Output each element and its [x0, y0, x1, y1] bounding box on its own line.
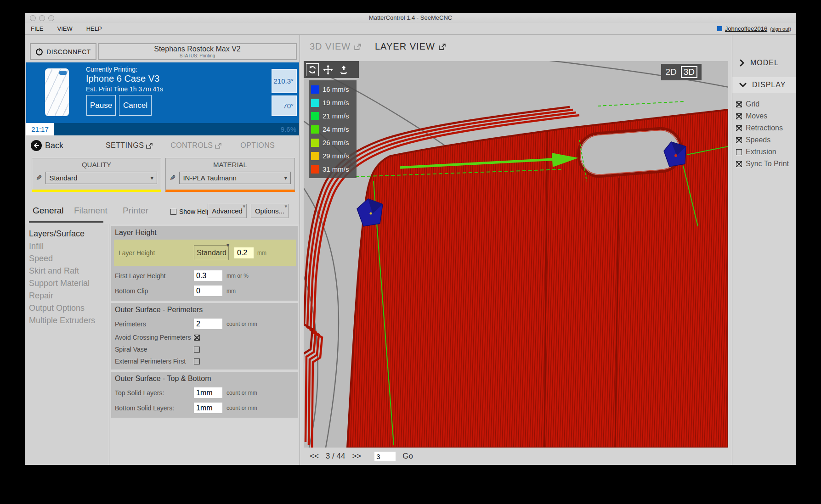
pause-button[interactable]: Pause	[86, 95, 116, 116]
tab-general[interactable]: General	[33, 206, 64, 216]
title-bar: MatterControl 1.4 - SeeMeCNC	[25, 13, 796, 23]
menu-view[interactable]: VIEW	[57, 25, 72, 32]
extrusion-checkbox[interactable]	[736, 149, 742, 155]
settings-link[interactable]: SETTINGS	[106, 141, 153, 150]
category-repair[interactable]: Repair	[29, 290, 109, 302]
model-section-toggle[interactable]: MODEL	[732, 55, 796, 71]
avoid-crossing-checkbox[interactable]	[194, 335, 200, 341]
display-section-toggle[interactable]: DISPLAY	[732, 77, 796, 93]
sync-to-print-checkbox[interactable]	[736, 161, 742, 167]
display-option-sync-to-print[interactable]: Sync To Print	[736, 158, 796, 170]
back-button[interactable]: Back	[31, 140, 63, 151]
bottom-solid-layers-input[interactable]	[194, 403, 222, 413]
spiral-vase-checkbox[interactable]	[194, 347, 200, 353]
external-link-icon	[146, 143, 153, 149]
layer-height-select[interactable]: Standard ▾	[194, 245, 229, 260]
zoom-window-icon[interactable]	[48, 15, 54, 21]
moves-checkbox[interactable]	[736, 113, 742, 119]
printing-heading: Currently Printing:	[86, 66, 163, 73]
legend-row: 31 mm/s	[311, 162, 357, 176]
show-help-checkbox[interactable]	[170, 209, 176, 215]
progress-percent: 9.6%	[281, 123, 296, 135]
display-option-moves[interactable]: Moves	[736, 110, 796, 122]
move-tool-icon[interactable]	[322, 63, 334, 76]
tab-3d-view[interactable]: 3D VIEW	[310, 41, 362, 52]
grid-label: Grid	[746, 100, 759, 108]
options-button-label: Options...	[255, 207, 284, 215]
toggle-3d-button[interactable]: 3D	[681, 66, 697, 78]
rotate-tool-icon[interactable]	[306, 63, 319, 76]
tab-layer-view[interactable]: LAYER VIEW	[375, 41, 446, 52]
close-window-icon[interactable]	[30, 15, 36, 21]
quality-select[interactable]: Standard ▾	[45, 172, 157, 184]
quality-heading: QUALITY	[32, 161, 161, 168]
layer-height-select-value: Standard	[197, 249, 226, 257]
scale-z-tool-icon[interactable]	[337, 63, 350, 76]
show-help-toggle[interactable]: Show Help	[170, 208, 210, 215]
toggle-2d-button[interactable]: 2D	[665, 67, 676, 77]
account-name-link[interactable]: Johncoffee2016	[725, 25, 767, 32]
display-option-speeds[interactable]: Speeds	[736, 134, 796, 146]
category-layers-surface[interactable]: Layers/Surface	[29, 228, 109, 240]
perimeters-input[interactable]	[194, 319, 222, 329]
bottom-clip-unit: mm	[226, 288, 236, 294]
category-infill[interactable]: Infill	[29, 240, 109, 252]
options-link[interactable]: OPTIONS	[240, 141, 275, 150]
bottom-clip-input[interactable]	[194, 286, 222, 296]
category-multiple-extruders[interactable]: Multiple Extruders	[29, 314, 109, 327]
top-solid-layers-label: Top Solid Layers:	[115, 389, 194, 397]
cancel-button[interactable]: Cancel	[119, 95, 152, 116]
top-solid-layers-input[interactable]	[194, 387, 222, 398]
moves-label: Moves	[746, 112, 767, 120]
layer-height-input[interactable]	[234, 247, 254, 258]
category-speed[interactable]: Speed	[29, 252, 109, 265]
prev-layer-button[interactable]: <<	[310, 452, 319, 461]
bed-temp-widget[interactable]: 70°	[272, 95, 297, 116]
perimeters-unit: count or mm	[226, 321, 257, 327]
printer-status: STATUS: Printing	[99, 53, 296, 58]
menu-help[interactable]: HELP	[86, 25, 102, 32]
category-skirt-raft[interactable]: Skirt and Raft	[29, 265, 109, 277]
tab-filament[interactable]: Filament	[74, 206, 108, 216]
advanced-button[interactable]: Advanced ▾	[208, 204, 247, 218]
speed-swatch	[311, 152, 319, 160]
spiral-vase-label: Spiral Vase	[115, 346, 194, 353]
menu-file[interactable]: FILE	[31, 25, 43, 32]
layer-position: 3 / 44	[326, 452, 345, 461]
display-option-retractions[interactable]: Retractions	[736, 122, 796, 134]
external-link-icon	[354, 44, 362, 50]
controls-label: CONTROLS	[170, 141, 213, 150]
sign-out-link[interactable]: (sign out)	[770, 26, 791, 32]
material-value: IN-PLA Taulmann	[183, 174, 236, 182]
chevron-down-icon: ▾	[284, 203, 287, 209]
disconnect-button[interactable]: DISCONNECT	[30, 43, 96, 60]
printer-name-box[interactable]: Stephans Rostock Max V2 STATUS: Printing	[98, 43, 297, 60]
display-option-grid[interactable]: Grid	[736, 98, 796, 110]
category-output-options[interactable]: Output Options	[29, 302, 109, 314]
next-layer-button[interactable]: >>	[352, 452, 361, 461]
display-option-extrusion[interactable]: Extrusion	[736, 146, 796, 158]
external-perimeters-checkbox[interactable]	[194, 358, 200, 364]
perimeters-label: Perimeters	[115, 320, 194, 328]
speed-label: 29 mm/s	[323, 152, 349, 160]
retractions-checkbox[interactable]	[736, 125, 742, 131]
options-button[interactable]: Options... ▾	[251, 204, 289, 218]
currently-printing-band: Currently Printing: Iphone 6 Case V3 Est…	[26, 62, 299, 123]
account-badge-icon	[717, 26, 722, 31]
go-button[interactable]: Go	[402, 452, 413, 461]
grid-checkbox[interactable]	[736, 101, 742, 107]
category-support-material[interactable]: Support Material	[29, 277, 109, 290]
speed-swatch	[311, 125, 319, 134]
controls-link[interactable]: CONTROLS	[170, 141, 222, 150]
minimize-window-icon[interactable]	[39, 15, 45, 21]
edit-pencil-icon[interactable]: ✎	[36, 174, 42, 182]
settings-body: Layers/Surface Infill Speed Skirt and Ra…	[25, 224, 300, 465]
edit-pencil-icon[interactable]: ✎	[170, 174, 176, 182]
layer-number-input[interactable]	[374, 452, 396, 461]
layer-view-canvas[interactable]: 16 mm/s 19 mm/s 21 mm/s 24 mm/s 26 mm/s …	[304, 61, 728, 448]
first-layer-height-input[interactable]	[194, 270, 222, 281]
tab-printer[interactable]: Printer	[123, 206, 148, 216]
speeds-checkbox[interactable]	[736, 137, 742, 143]
material-select[interactable]: IN-PLA Taulmann ▾	[179, 172, 291, 184]
extruder-temp-widget[interactable]: 210.3°	[272, 69, 297, 93]
